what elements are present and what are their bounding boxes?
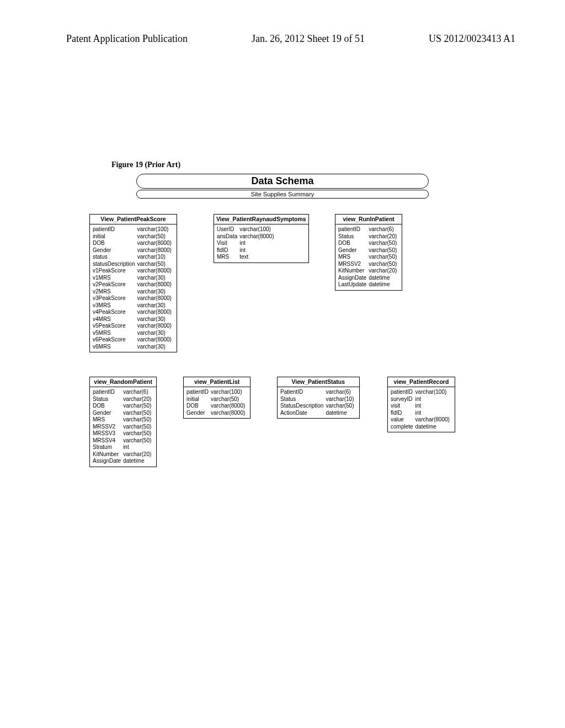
db-column-row: UserIDvarchar(100) (217, 226, 276, 233)
db-column-row: v4PeakScorevarchar(8000) (93, 309, 174, 316)
db-column-row: initialvarchar(50) (93, 233, 174, 240)
db-column-row: MRStext (217, 254, 276, 261)
db-table-name: view_PatientRecord (387, 377, 455, 387)
db-column-name: status (93, 254, 137, 261)
db-column-name: v5PeakScore (93, 323, 137, 330)
db-column-name: fldID (217, 247, 239, 254)
db-column-name: MRS (338, 254, 369, 261)
db-column-name: Status (280, 396, 326, 403)
db-column-row: MRSvarchar(50) (338, 254, 399, 261)
header-left: Patent Application Publication (66, 33, 188, 45)
db-column-type: varchar(50) (369, 247, 399, 254)
db-column-type: varchar(50) (211, 396, 247, 403)
schema-title-box: Data Schema Site Supplies Summary (136, 174, 429, 199)
db-column-type: varchar(10) (137, 254, 174, 261)
db-column-type: int (123, 444, 153, 451)
db-column-name: statusDescription (93, 261, 137, 268)
db-column-name: AssignDate (338, 275, 369, 282)
db-column-row: v5PeakScorevarchar(8000) (93, 323, 174, 330)
db-column-type: varchar(30) (137, 344, 174, 351)
db-column-name: MRS (217, 254, 239, 261)
db-column-row: PatientIDvarchar(6) (280, 389, 356, 396)
db-column-name: Gender (93, 410, 123, 417)
db-column-type: varchar(50) (369, 240, 399, 247)
db-table-name: view_RunInPatient (335, 214, 402, 224)
db-table: view_RandomPatientpatientIDvarchar(6)Sta… (89, 377, 157, 467)
db-column-row: Gendervarchar(8000) (93, 247, 174, 254)
db-column-name: Gender (93, 247, 137, 254)
db-column-type: int (415, 396, 452, 403)
db-column-name: v4MRS (93, 316, 137, 323)
db-column-name: v6PeakScore (93, 336, 137, 344)
db-column-type: varchar(100) (415, 389, 452, 396)
db-column-type: datetime (326, 410, 356, 417)
db-column-name: fldID (391, 410, 415, 417)
db-column-row: fldIDint (217, 247, 276, 254)
db-column-name: ansData (217, 233, 239, 240)
db-column-name: UserID (217, 226, 239, 233)
db-column-row: v3PeakScorevarchar(8000) (93, 295, 174, 302)
db-table-columns: patientIDvarchar(6)Statusvarchar(20)DOBv… (89, 387, 157, 467)
db-column-name: Status (338, 233, 369, 240)
db-column-name: DOB (93, 403, 123, 410)
db-column-type: varchar(8000) (137, 240, 174, 247)
db-column-type: varchar(50) (137, 261, 174, 268)
db-column-row: ansDatavarchar(8000) (217, 233, 276, 240)
db-column-row: MRSSV2varchar(50) (93, 424, 153, 431)
db-table-columns: UserIDvarchar(100)ansDatavarchar(8000)Vi… (214, 224, 309, 263)
db-table-name: view_RandomPatient (89, 377, 157, 387)
db-column-type: varchar(30) (137, 302, 174, 309)
db-column-name: KitNumber (93, 451, 123, 458)
db-table-name: View_PatientStatus (277, 377, 360, 387)
db-column-type: varchar(8000) (211, 410, 247, 417)
db-column-row: v6MRSvarchar(30) (93, 344, 174, 351)
db-column-type: varchar(50) (369, 254, 399, 261)
db-column-type: varchar(8000) (415, 416, 452, 424)
db-table-name: view_PatientList (183, 377, 250, 387)
db-column-row: MRSvarchar(50) (93, 416, 153, 424)
db-column-name: LastUpdate (338, 281, 369, 288)
db-column-row: MRSSV2varchar(50) (338, 261, 399, 268)
db-column-row: v1MRSvarchar(30) (93, 275, 174, 282)
db-column-type: varchar(30) (137, 288, 174, 296)
db-column-row: DOBvarchar(50) (338, 240, 399, 247)
db-column-name: v4PeakScore (93, 309, 137, 316)
db-column-name: surveyID (391, 396, 415, 403)
db-column-row: Gendervarchar(50) (93, 410, 153, 417)
db-table-name: View_PatientRaynaudSymptoms (214, 214, 309, 224)
db-column-row: MRSSV4varchar(50) (93, 437, 153, 445)
db-column-row: Statusvarchar(20) (338, 233, 399, 240)
db-column-row: v1PeakScorevarchar(8000) (93, 267, 174, 275)
db-column-type: varchar(30) (137, 330, 174, 337)
db-column-name: KitNumber (338, 267, 369, 275)
db-table: View_PatientRaynaudSymptomsUserIDvarchar… (214, 214, 309, 263)
db-column-type: varchar(8000) (137, 247, 174, 254)
db-column-name: complete (391, 424, 415, 431)
db-column-type: varchar(30) (137, 275, 174, 282)
db-column-name: v1PeakScore (93, 267, 137, 275)
db-column-type: varchar(20) (123, 451, 153, 458)
db-column-type: int (239, 247, 276, 254)
db-table: view_RunInPatientpatientIDvarchar(6)Stat… (335, 214, 402, 291)
db-column-type: varchar(50) (123, 416, 153, 424)
db-column-name: v1MRS (93, 275, 137, 282)
db-column-type: varchar(8000) (137, 281, 174, 288)
db-column-name: v3PeakScore (93, 295, 137, 302)
db-column-type: varchar(50) (326, 403, 356, 410)
figure-label: Figure 19 (Prior Art) (0, 160, 565, 174)
db-column-name: PatientID (280, 389, 326, 396)
schema-title: Data Schema (136, 174, 429, 189)
db-column-name: DOB (338, 240, 369, 247)
db-column-name: DOB (93, 240, 137, 247)
db-column-type: varchar(8000) (137, 323, 174, 330)
db-column-row: StatusDescriptionvarchar(50) (280, 403, 356, 410)
db-column-name: v6MRS (93, 344, 137, 351)
db-column-type: varchar(50) (123, 410, 153, 417)
db-column-row: LastUpdatedatetime (338, 281, 399, 288)
db-column-row: DOBvarchar(50) (93, 403, 153, 410)
db-column-type: int (415, 403, 452, 410)
db-table-columns: PatientIDvarchar(6)Statusvarchar(10)Stat… (277, 387, 360, 419)
db-column-type: varchar(30) (137, 316, 174, 323)
db-table: View_PatientPeakScorepatientIDvarchar(10… (89, 214, 177, 352)
db-column-name: StatusDescription (280, 403, 326, 410)
